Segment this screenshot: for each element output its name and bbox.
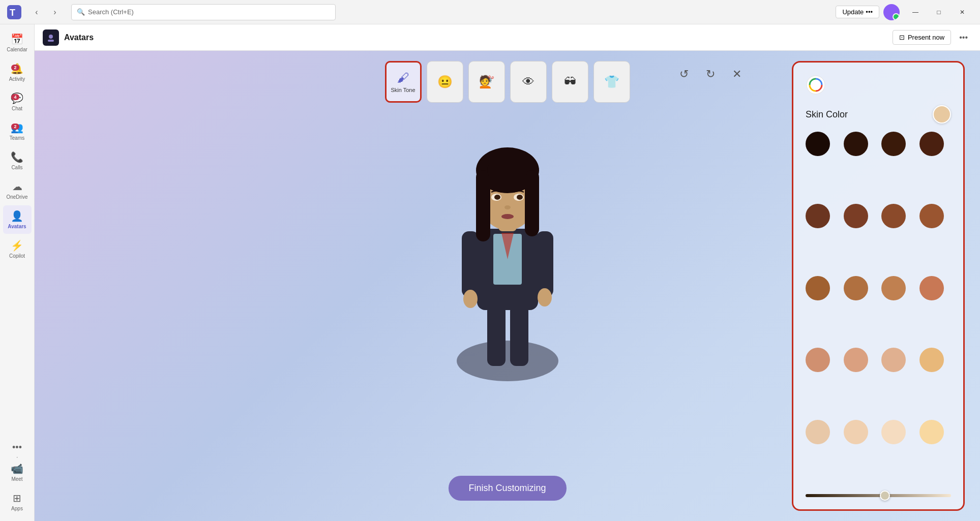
header-right: ⊡ Present now ••• bbox=[893, 30, 972, 45]
skin-color-swatch-5[interactable] bbox=[844, 204, 868, 228]
forward-button[interactable]: › bbox=[47, 4, 63, 20]
search-bar[interactable]: 🔍 Search (Ctrl+E) bbox=[71, 4, 336, 20]
skin-color-panel: Skin Color bbox=[792, 61, 965, 511]
toolbar-btn-facial-features[interactable]: 👁 bbox=[510, 61, 547, 103]
svg-point-23 bbox=[517, 195, 523, 200]
finish-customizing-button[interactable]: Finish Customizing bbox=[448, 476, 566, 501]
skin-color-swatch-11[interactable] bbox=[919, 276, 944, 300]
sidebar-item-onedrive[interactable]: ☁OneDrive bbox=[3, 176, 32, 204]
sidebar-item-copilot[interactable]: ⚡Copilot bbox=[3, 235, 32, 263]
skin-color-swatch-8[interactable] bbox=[806, 276, 830, 300]
svg-rect-4 bbox=[48, 40, 54, 42]
sidebar-item-apps[interactable]: ⊞Apps bbox=[3, 487, 32, 516]
svg-rect-19 bbox=[487, 160, 528, 180]
avatar-toolbar-right: ↺ ↻ ✕ bbox=[675, 65, 746, 83]
toolbar-btn-clothing[interactable]: 👕 bbox=[593, 61, 630, 103]
skin-color-swatch-18[interactable] bbox=[881, 420, 906, 444]
sidebar-item-calls[interactable]: 📞Calls bbox=[3, 146, 32, 175]
close-customization-button[interactable]: ✕ bbox=[728, 65, 746, 83]
sidebar-label-calendar: Calendar bbox=[7, 47, 27, 52]
title-bar-actions: Update ••• — □ ✕ bbox=[836, 4, 974, 20]
facial-features-icon: 👁 bbox=[522, 75, 534, 89]
sidebar-item-activity[interactable]: 🔔2Activity bbox=[3, 58, 32, 86]
skin-color-swatch-6[interactable] bbox=[881, 204, 906, 228]
update-button[interactable]: Update ••• bbox=[836, 6, 879, 18]
toolbar-btn-skin-tone[interactable]: 🖌Skin Tone bbox=[385, 61, 422, 103]
skin-color-swatch-17[interactable] bbox=[844, 420, 868, 444]
search-placeholder: Search (Ctrl+E) bbox=[88, 8, 134, 16]
skin-color-swatch-4[interactable] bbox=[806, 204, 830, 228]
skin-color-swatch-0[interactable] bbox=[806, 132, 830, 156]
title-bar: T ‹ › 🔍 Search (Ctrl+E) Update ••• — □ ✕ bbox=[0, 0, 980, 24]
sidebar-label-onedrive: OneDrive bbox=[6, 194, 27, 200]
svg-point-24 bbox=[504, 205, 511, 209]
onedrive-icon: ☁ bbox=[12, 180, 22, 193]
sidebar-label-apps: Apps bbox=[11, 506, 23, 511]
panel-title-row: Skin Color bbox=[806, 105, 951, 124]
skin-tone-icon: 🖌 bbox=[397, 71, 409, 85]
search-icon: 🔍 bbox=[77, 8, 85, 16]
window-controls: — □ ✕ bbox=[904, 4, 974, 20]
more-options-button[interactable]: ••• bbox=[955, 31, 972, 44]
user-avatar[interactable] bbox=[883, 4, 900, 20]
copilot-icon: ⚡ bbox=[11, 239, 23, 252]
skin-color-swatch-7[interactable] bbox=[919, 204, 944, 228]
panel-title: Skin Color bbox=[806, 109, 848, 120]
sidebar-more-button[interactable]: ••• bbox=[12, 442, 22, 453]
chat-icon: 💬4 bbox=[11, 92, 23, 104]
skin-color-swatch-19[interactable] bbox=[919, 420, 944, 444]
minimize-button[interactable]: — bbox=[904, 4, 927, 20]
skin-color-swatch-3[interactable] bbox=[919, 132, 944, 156]
avatars-icon: 👤 bbox=[11, 210, 23, 222]
navigation-buttons: ‹ › bbox=[28, 4, 63, 20]
svg-point-25 bbox=[501, 214, 514, 219]
toolbar-btn-hair[interactable]: 💇 bbox=[468, 61, 505, 103]
svg-point-12 bbox=[463, 290, 478, 308]
present-icon: ⊡ bbox=[899, 34, 905, 41]
app-icon bbox=[43, 29, 59, 46]
avatar-toolbar: 🖌Skin Tone😐💇👁🕶👕 bbox=[385, 61, 630, 103]
main-layout: 📅Calendar🔔2Activity💬4Chat👥2Teams📞Calls☁O… bbox=[0, 24, 980, 521]
avatar-workspace: 🖌Skin Tone😐💇👁🕶👕 ↺ ↻ ✕ bbox=[35, 51, 980, 521]
skin-color-swatch-1[interactable] bbox=[844, 132, 868, 156]
teams-icon: 👥2 bbox=[11, 121, 23, 134]
sidebar: 📅Calendar🔔2Activity💬4Chat👥2Teams📞Calls☁O… bbox=[0, 24, 35, 521]
toolbar-btn-accessories[interactable]: 🕶 bbox=[552, 61, 588, 103]
redo-button[interactable]: ↻ bbox=[701, 65, 720, 83]
skin-tone-slider[interactable] bbox=[806, 494, 951, 497]
undo-button[interactable]: ↺ bbox=[675, 65, 693, 83]
close-button[interactable]: ✕ bbox=[951, 4, 974, 20]
app-header: Avatars ⊡ Present now ••• bbox=[35, 24, 980, 51]
skin-color-swatch-14[interactable] bbox=[881, 348, 906, 372]
sidebar-label-chat: Chat bbox=[12, 106, 22, 111]
svg-rect-11 bbox=[536, 231, 553, 297]
svg-rect-17 bbox=[476, 170, 490, 241]
skin-color-swatch-2[interactable] bbox=[881, 132, 906, 156]
skin-color-swatch-10[interactable] bbox=[881, 276, 906, 300]
skin-color-swatch-12[interactable] bbox=[806, 348, 830, 372]
skin-color-swatch-16[interactable] bbox=[806, 420, 830, 444]
hair-icon: 💇 bbox=[479, 75, 494, 89]
sidebar-item-teams[interactable]: 👥2Teams bbox=[3, 117, 32, 145]
app-title: Avatars bbox=[64, 33, 94, 42]
skin-color-swatch-13[interactable] bbox=[844, 348, 868, 372]
sidebar-item-avatars[interactable]: 👤Avatars bbox=[3, 205, 32, 234]
maximize-button[interactable]: □ bbox=[927, 4, 951, 20]
svg-rect-10 bbox=[462, 231, 479, 297]
sidebar-label-copilot: Copilot bbox=[9, 253, 25, 259]
sidebar-item-meet[interactable]: 📹Meet bbox=[3, 458, 32, 486]
svg-text:T: T bbox=[10, 8, 15, 18]
slider-row bbox=[806, 494, 951, 497]
toolbar-btn-face[interactable]: 😐 bbox=[427, 61, 463, 103]
sidebar-item-calendar[interactable]: 📅Calendar bbox=[3, 28, 32, 57]
skin-color-swatch-15[interactable] bbox=[919, 348, 944, 372]
svg-point-3 bbox=[49, 35, 53, 39]
activity-icon: 🔔2 bbox=[11, 63, 23, 75]
calls-icon: 📞 bbox=[11, 151, 23, 163]
skin-color-swatch-9[interactable] bbox=[844, 276, 868, 300]
present-now-button[interactable]: ⊡ Present now bbox=[893, 30, 951, 45]
back-button[interactable]: ‹ bbox=[28, 4, 45, 20]
sidebar-item-chat[interactable]: 💬4Chat bbox=[3, 87, 32, 116]
sidebar-label-activity: Activity bbox=[9, 76, 25, 82]
skin-color-preview bbox=[933, 105, 951, 124]
